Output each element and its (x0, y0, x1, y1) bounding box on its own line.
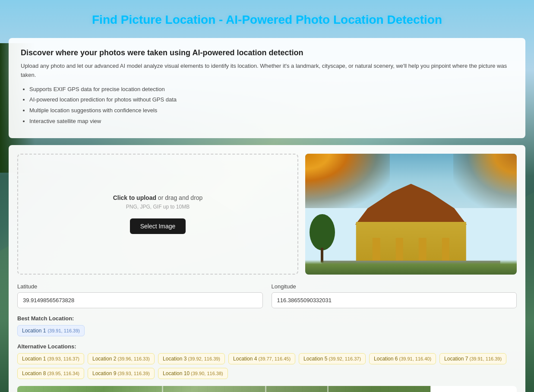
map-info-panel: 39°54'54.0"N 116°23'11.6"E W97P+XJV 西城区 … (430, 386, 517, 392)
info-heading: Discover where your photos were taken us… (21, 48, 513, 57)
alt-tag-name: Location 9 (92, 370, 116, 376)
best-match-tag[interactable]: Location 1 (39.91, 116.39) (17, 325, 85, 336)
alternative-locations-section: Alternative Locations: Location 1(39.93,… (17, 343, 517, 379)
alt-tag-coords: (39.96, 116.33) (117, 356, 150, 361)
upload-dropzone[interactable]: Click to upload or drag and drop PNG, JP… (17, 154, 298, 275)
alt-tag-name: Location 5 (303, 356, 327, 362)
alternative-location-tag[interactable]: Location 8(39.95, 116.34) (17, 368, 84, 379)
drag-drop-label: or drag and drop (156, 194, 202, 201)
alt-tag-coords: (39.93, 116.37) (47, 356, 79, 361)
alt-tag-name: Location 7 (444, 356, 468, 362)
main-panel: Click to upload or drag and drop PNG, JP… (9, 145, 525, 392)
feature-item: AI-powered location prediction for photo… (29, 95, 513, 104)
alternative-location-tag[interactable]: Location 5(39.92, 116.37) (299, 353, 366, 364)
click-to-upload-label: Click to upload (113, 194, 156, 201)
alternative-location-tag[interactable]: Location 9(39.93, 116.39) (88, 368, 155, 379)
alt-tag-name: Location 1 (22, 356, 46, 362)
best-match-section: Best Match Location: Location 1 (39.91, … (17, 315, 517, 336)
alt-tag-coords: (39.92, 116.39) (188, 356, 220, 361)
ground (305, 260, 517, 275)
alt-tag-coords: (39.91, 116.39) (469, 356, 502, 361)
alternative-location-tags: Location 1(39.93, 116.37)Location 2(39.9… (17, 353, 517, 379)
feature-item: Supports EXIF GPS data for precise locat… (29, 85, 513, 94)
alternative-location-tag[interactable]: Location 1(39.93, 116.37) (17, 353, 84, 364)
longitude-label: Longitude (272, 283, 517, 290)
image-preview (305, 154, 517, 275)
alternative-locations-label: Alternative Locations: (17, 343, 517, 350)
map-preview (17, 386, 430, 392)
alt-tag-coords: (39.91, 116.40) (399, 356, 431, 361)
tree-left (310, 214, 335, 262)
upload-hint: PNG, JPG, GIF up to 10MB (126, 204, 190, 210)
map-section: 39°54'54.0"N 116°23'11.6"E W97P+XJV 西城区 … (17, 386, 517, 392)
features-list: Supports EXIF GPS data for precise locat… (21, 85, 513, 126)
alternative-location-tag[interactable]: Location 6(39.91, 116.40) (369, 353, 436, 364)
alt-tag-coords: (39.93, 116.39) (117, 371, 150, 376)
alt-tag-coords: (39.90, 116.38) (191, 371, 223, 376)
alternative-location-tag[interactable]: Location 3(39.92, 116.39) (158, 353, 225, 364)
alt-tag-name: Location 6 (374, 356, 398, 362)
longitude-input[interactable] (272, 292, 517, 308)
select-image-button[interactable]: Select Image (130, 218, 186, 234)
alt-tag-name: Location 4 (233, 356, 257, 362)
latitude-label: Latitude (17, 283, 263, 290)
foliage-left (305, 154, 390, 208)
alt-tag-name: Location 10 (163, 370, 190, 376)
page-title: Find Picture Location - AI-Powered Photo… (9, 9, 525, 31)
map-road-v1 (162, 386, 163, 392)
coordinates-section: Latitude Longitude (17, 283, 517, 308)
map-road-v3 (327, 386, 329, 392)
upload-section: Click to upload or drag and drop PNG, JP… (17, 154, 517, 275)
alt-tag-coords: (39.92, 116.37) (329, 356, 361, 361)
alternative-location-tag[interactable]: Location 2(39.96, 116.33) (88, 353, 155, 364)
best-match-label: Best Match Location: (17, 315, 517, 322)
latitude-input[interactable] (17, 292, 263, 308)
alternative-location-tag[interactable]: Location 4(39.77, 116.45) (228, 353, 295, 364)
best-match-tag-name: Location 1 (22, 328, 46, 334)
alt-tag-coords: (39.77, 116.45) (258, 356, 291, 361)
alternative-location-tag[interactable]: Location 7(39.91, 116.39) (439, 353, 506, 364)
info-description: Upload any photo and let our advanced AI… (21, 62, 513, 80)
foliage-right (453, 154, 517, 208)
alt-tag-coords: (39.95, 116.34) (47, 371, 79, 376)
building-image (305, 154, 517, 275)
alt-tag-name: Location 8 (22, 370, 46, 376)
latitude-field: Latitude (17, 283, 263, 308)
feature-item: Interactive satellite map view (29, 117, 513, 126)
upload-text: Click to upload or drag and drop (113, 194, 203, 201)
map-road-v2 (265, 386, 266, 392)
feature-item: Multiple location suggestions with confi… (29, 106, 513, 115)
longitude-field: Longitude (272, 283, 517, 308)
alt-tag-name: Location 2 (92, 356, 116, 362)
alternative-location-tag[interactable]: Location 10(39.90, 116.38) (158, 368, 228, 379)
tree-canopy (310, 214, 335, 250)
alt-tag-name: Location 3 (163, 356, 186, 362)
foliage-image-overlay (305, 154, 517, 208)
info-card: Discover where your photos were taken us… (9, 38, 525, 138)
best-match-tag-coords: (39.91, 116.39) (47, 328, 80, 333)
best-match-tags: Location 1 (39.91, 116.39) (17, 325, 517, 336)
